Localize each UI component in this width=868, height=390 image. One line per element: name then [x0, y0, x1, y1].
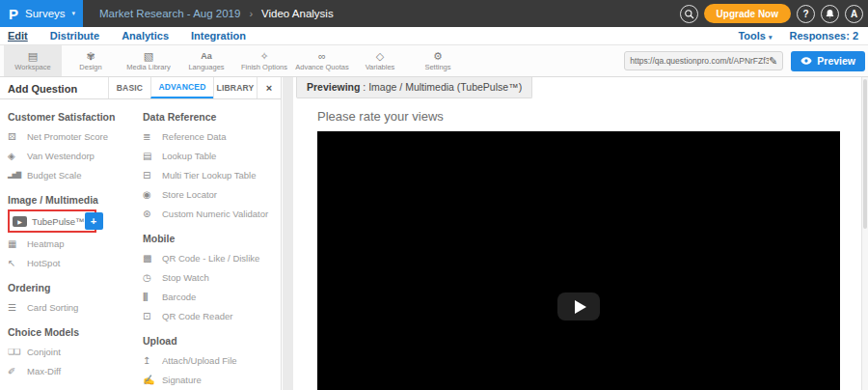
toolbar-item-finish-options[interactable]: ✧Finish Options [235, 45, 293, 76]
nav-item-analytics[interactable]: Analytics [122, 30, 169, 42]
question-type-attach-upload-file[interactable]: ↥Attach/Upload File [143, 350, 280, 370]
question-type-label: Conjoint [27, 347, 61, 357]
toolbar-item-languages[interactable]: AaLanguages [177, 45, 235, 76]
question-type-qr-code-reader[interactable]: ⊡QR Code Reader [143, 306, 280, 325]
question-type-signature[interactable]: ✍Signature [143, 370, 280, 389]
hotspot-icon: ↖ [8, 258, 27, 268]
question-type-reference-data[interactable]: ≣Reference Data [143, 126, 280, 146]
question-type-budget-scale[interactable]: ▂▅▇Budget Scale [8, 165, 143, 184]
question-type-qr-code-like-dislike[interactable]: ▩QR Code - Like / Dislike [143, 248, 280, 267]
section-heading: Data Reference [143, 111, 280, 123]
multi-tier-lookup-table-icon: ⊟ [143, 170, 162, 181]
nav-item-distribute[interactable]: Distribute [50, 30, 99, 42]
bell-icon [825, 9, 835, 19]
toolbar-items: ▤Workspace✾Design▧Media LibraryAaLanguag… [4, 45, 467, 76]
question-type-multi-tier-lookup-table[interactable]: ⊟Multi Tier Lookup Table [143, 165, 280, 184]
video-player[interactable] [317, 131, 840, 390]
toolbar-item-settings[interactable]: ⚙Settings [409, 45, 467, 76]
play-button[interactable] [557, 292, 600, 320]
question-type-custom-numeric-validator[interactable]: ⊛Custom Numeric Validator [143, 204, 280, 223]
main-content: Add Question BASIC ADVANCED LIBRARY × Cu… [0, 77, 868, 390]
question-type-stop-watch[interactable]: ◷Stop Watch [143, 267, 280, 287]
toolbar-item-advance-quotas[interactable]: ∞Advance Quotas [293, 45, 351, 76]
question-type-label: Heatmap [27, 238, 65, 249]
previewing-question-type: : Image / Multimedia (TubePulse™) [360, 81, 522, 93]
section-heading: Ordering [8, 282, 143, 293]
budget-scale-icon: ▂▅▇ [8, 171, 27, 179]
help-button[interactable]: ? [797, 5, 815, 23]
nav-item-integration[interactable]: Integration [191, 30, 246, 42]
toolbar-item-media-library[interactable]: ▧Media Library [120, 45, 177, 76]
reference-data-icon: ≣ [143, 131, 162, 142]
surveys-product-menu[interactable]: P Surveys ▾ [0, 0, 83, 27]
question-section: Ordering☰Card Sorting [8, 282, 143, 317]
question-type-heatmap[interactable]: ▦Heatmap [8, 234, 143, 253]
survey-url-box: ✎ [624, 51, 783, 70]
question-type-van-westendorp[interactable]: ◈Van Westendorp [8, 146, 143, 165]
question-type-net-promoter-score[interactable]: ⚄Net Promoter Score [8, 126, 143, 146]
toolbar-item-label: Finish Options [241, 63, 287, 71]
question-text: Please rate your views [317, 109, 861, 124]
question-type-tubepulse[interactable]: ▶TubePulse™ [13, 216, 85, 227]
question-section: Mobile▩QR Code - Like / Dislike◷Stop Wat… [143, 233, 280, 325]
top-bar: P Surveys ▾ Market Research - Aug 2019 ›… [0, 0, 868, 27]
breadcrumb-survey-name[interactable]: Market Research - Aug 2019 [99, 8, 240, 19]
section-heading: Mobile [143, 233, 280, 244]
toolbar-item-workspace[interactable]: ▤Workspace [4, 45, 62, 76]
nav-item-edit[interactable]: Edit [8, 30, 28, 42]
toolbar-item-variables[interactable]: ◇Variables [351, 45, 409, 76]
question-type-card-sorting[interactable]: ☰Card Sorting [8, 297, 143, 317]
toolbar-item-label: Advance Quotas [295, 63, 348, 71]
toolbar-right: ✎ Preview [624, 45, 868, 76]
tubepulse-icon: ▶ [13, 216, 27, 227]
tab-advanced[interactable]: ADVANCED [150, 77, 213, 98]
tab-library[interactable]: LIBRARY [213, 77, 257, 98]
question-type-label: Lookup Table [162, 151, 216, 161]
question-type-label: Budget Scale [27, 170, 82, 181]
tools-menu[interactable]: Tools ▾ [738, 30, 772, 42]
question-type-barcode[interactable]: |||Barcode [143, 287, 280, 306]
preview-label: Preview [817, 55, 855, 67]
toolbar-item-label: Languages [188, 63, 224, 71]
finish-options-icon: ✧ [259, 50, 268, 62]
question-type-max-diff[interactable]: ✐Max-Diff [8, 361, 143, 380]
toolbar-item-label: Media Library [126, 63, 170, 71]
section-heading: Choice Models [8, 326, 143, 338]
search-icon [684, 9, 694, 19]
lookup-table-icon: ▤ [143, 151, 162, 161]
chevron-down-icon: ▾ [769, 34, 773, 41]
question-section: Customer Satisfaction⚄Net Promoter Score… [8, 111, 143, 184]
question-type-label: Multi Tier Lookup Table [162, 170, 257, 181]
close-icon[interactable]: × [257, 77, 281, 98]
upgrade-now-button[interactable]: Upgrade Now [704, 4, 791, 23]
question-type-label: Net Promoter Score [27, 131, 108, 142]
add-question-panel: Add Question BASIC ADVANCED LIBRARY × Cu… [0, 77, 282, 390]
question-type-lookup-table[interactable]: ▤Lookup Table [143, 146, 280, 165]
tab-basic[interactable]: BASIC [108, 77, 150, 98]
edit-url-icon[interactable]: ✎ [769, 55, 777, 68]
question-type-label: QR Code Reader [162, 311, 232, 321]
avatar[interactable]: A [845, 5, 863, 23]
workspace-toolbar: ▤Workspace✾Design▧Media LibraryAaLanguag… [0, 45, 868, 77]
page-scrollbar[interactable] [861, 77, 868, 390]
signature-icon: ✍ [143, 375, 162, 385]
question-type-label: Stop Watch [162, 272, 209, 283]
sidebar-scrollbar[interactable] [283, 77, 293, 390]
question-type-conjoint[interactable]: ❏❏Conjoint [8, 342, 143, 361]
question-section: Image / Multimedia▶TubePulse™+▦Heatmap↖H… [8, 194, 143, 272]
add-question-button[interactable]: + [85, 212, 103, 230]
survey-url-input[interactable] [630, 56, 769, 66]
responses-count[interactable]: Responses: 2 [789, 30, 858, 42]
question-type-label: Attach/Upload File [162, 355, 237, 366]
search-button[interactable] [680, 5, 698, 23]
question-type-label: Card Sorting [27, 302, 78, 313]
question-type-store-locator[interactable]: ◉Store Locator [143, 184, 280, 204]
notifications-button[interactable] [821, 5, 839, 23]
scrollbar-thumb[interactable] [863, 79, 867, 229]
question-type-hotspot[interactable]: ↖HotSpot [8, 253, 143, 272]
toolbar-item-label: Workspace [14, 63, 50, 71]
question-type-label: Max-Diff [27, 366, 61, 376]
preview-button[interactable]: Preview [791, 51, 865, 71]
selected-question-highlight[interactable]: ▶TubePulse™+ [8, 209, 96, 233]
toolbar-item-design[interactable]: ✾Design [62, 45, 120, 76]
